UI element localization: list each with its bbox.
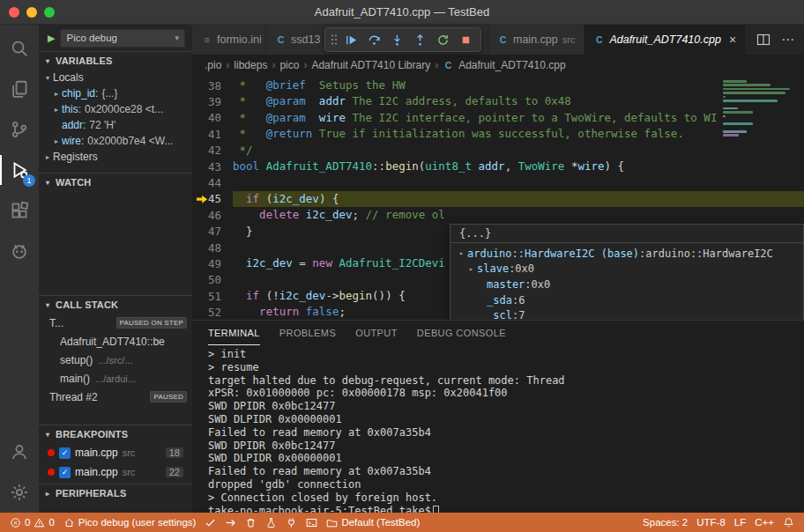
language-indicator[interactable]: C++: [750, 513, 778, 532]
peripherals-header[interactable]: ▸ PERIPHERALS: [39, 484, 192, 502]
panel-tab-output[interactable]: OUTPUT: [355, 321, 398, 345]
breadcrumb-item[interactable]: .pio: [205, 59, 221, 71]
pio-terminal-button[interactable]: [302, 513, 322, 532]
breakpoint-checkbox[interactable]: ✓: [59, 467, 71, 478]
panel-tab-terminal[interactable]: TERMINAL: [208, 321, 260, 345]
terminal-prompt[interactable]: take-no-macbook-air-5:TestBed take$: [208, 505, 804, 513]
pio-build-button[interactable]: [200, 513, 220, 532]
gutter-line[interactable]: 38: [192, 78, 233, 93]
call-stack-row[interactable]: main().../ardui...: [39, 369, 192, 388]
pio-serial-monitor-button[interactable]: [281, 513, 302, 532]
code-line[interactable]: */: [233, 143, 804, 159]
gutter-line[interactable]: 45: [192, 191, 233, 207]
gutter-line[interactable]: 44: [192, 174, 233, 190]
breadcrumb-item[interactable]: libdeps: [234, 59, 267, 71]
code-line[interactable]: * @return True if initialization was suc…: [233, 126, 804, 142]
gutter-line[interactable]: 51: [192, 288, 233, 304]
breakpoint-row[interactable]: ✓main.cppsrc22: [39, 462, 192, 482]
eol-indicator[interactable]: LF: [730, 513, 750, 532]
breakpoints-header[interactable]: ▾ BREAKPOINTS: [39, 425, 192, 443]
code-line[interactable]: * @param addr The I2C address, defaults …: [233, 93, 804, 109]
breadcrumb-item[interactable]: pico: [279, 59, 299, 71]
panel-tab-debug-console[interactable]: DEBUG CONSOLE: [417, 321, 506, 345]
gutter-line[interactable]: 42: [192, 143, 233, 159]
minimize-window-button[interactable]: [26, 7, 37, 18]
notifications-bell[interactable]: [778, 513, 799, 532]
activity-account[interactable]: [0, 432, 39, 472]
variables-group-registers[interactable]: ▸Registers: [39, 149, 192, 165]
activity-search[interactable]: [0, 28, 39, 69]
breakpoint-checkbox[interactable]: ✓: [59, 447, 71, 459]
minimap[interactable]: [723, 76, 795, 137]
split-editor-icon[interactable]: [756, 33, 770, 47]
tab-main-cpp[interactable]: C main.cpp src: [488, 25, 584, 55]
code-line[interactable]: if (i2c_dev) {: [233, 191, 804, 207]
variables-header[interactable]: ▾ VARIABLES: [39, 52, 192, 70]
gutter-line[interactable]: 47: [192, 224, 233, 240]
gutter-line[interactable]: 46: [192, 207, 233, 223]
hover-row[interactable]: ▸arduino::HardwareI2C (base): arduino::H…: [450, 246, 803, 262]
activity-source-control[interactable]: [0, 109, 39, 150]
breakpoint-row[interactable]: ✓main.cppsrc18: [39, 443, 192, 462]
continue-button[interactable]: [340, 29, 362, 50]
problems-indicator[interactable]: 0 0: [5, 513, 59, 532]
gutter-line[interactable]: 49: [192, 255, 233, 271]
variable-row[interactable]: addr:72 'H': [39, 117, 192, 133]
indent-indicator[interactable]: Spaces: 2: [638, 513, 692, 532]
pio-test-button[interactable]: [261, 513, 281, 532]
gutter-line[interactable]: 48: [192, 240, 233, 255]
code-line[interactable]: * @param wire The I2C interface, pointer…: [233, 110, 804, 126]
code-line[interactable]: [233, 174, 804, 190]
panel-tab-problems[interactable]: PROBLEMS: [279, 321, 336, 345]
code-line[interactable]: bool Adafruit_ADT7410::begin(uint8_t add…: [233, 159, 804, 174]
breadcrumb-item[interactable]: Adafruit ADT7410 Library: [311, 59, 430, 71]
editor-gutter[interactable]: 383940414243444546474849505152: [192, 76, 233, 320]
activity-extensions[interactable]: [0, 190, 39, 231]
call-stack-row[interactable]: Adafruit_ADT7410::be: [39, 332, 192, 351]
tab-adafruit-adt7410-cpp[interactable]: C Adafruit_ADT7410.cpp ×: [584, 25, 746, 55]
start-debugging-button[interactable]: ▶: [48, 33, 55, 44]
activity-run-debug[interactable]: 1: [0, 150, 39, 190]
terminal-output[interactable]: > init> resumetarget halted due to debug…: [192, 345, 804, 513]
code-line[interactable]: * @brief Setups the HW: [233, 78, 804, 93]
hover-row[interactable]: ▸slave: 0x0: [450, 262, 803, 277]
debug-config-indicator[interactable]: Pico debug (user settings): [59, 513, 201, 532]
step-over-button[interactable]: [363, 29, 385, 50]
variable-row[interactable]: ▸wire:0x2000b7e4 <W...: [39, 133, 192, 149]
gutter-line[interactable]: 52: [192, 304, 233, 320]
call-stack-row[interactable]: T...PAUSED ON STEP: [39, 314, 192, 332]
activity-settings[interactable]: [0, 472, 39, 513]
gutter-line[interactable]: 40: [192, 110, 233, 126]
activity-explorer[interactable]: [0, 69, 39, 109]
call-stack-row[interactable]: Thread #2PAUSED: [39, 388, 192, 406]
encoding-indicator[interactable]: UTF-8: [692, 513, 730, 532]
zoom-window-button[interactable]: [44, 7, 55, 18]
breadcrumb-item[interactable]: Adafruit_ADT7410.cpp: [458, 59, 565, 71]
gutter-line[interactable]: 41: [192, 126, 233, 142]
step-into-button[interactable]: [386, 29, 408, 50]
variable-row[interactable]: ▸this:0x2000ce28 <t...: [39, 101, 192, 117]
call-stack-header[interactable]: ▾ CALL STACK: [39, 296, 192, 314]
gutter-line[interactable]: 43: [192, 159, 233, 174]
stop-button[interactable]: [455, 29, 477, 50]
pio-env-switcher[interactable]: Default (TestBed): [322, 513, 424, 532]
debug-config-select[interactable]: Pico debug ▾: [60, 29, 185, 48]
code-editor[interactable]: 383940414243444546474849505152 * @brief …: [192, 76, 804, 320]
tab-platformio-ini[interactable]: ≡ formio.ini: [192, 25, 266, 55]
close-tab-icon[interactable]: ×: [729, 33, 736, 46]
pio-upload-button[interactable]: [220, 513, 241, 532]
close-window-button[interactable]: [9, 7, 19, 18]
step-out-button[interactable]: [409, 29, 431, 50]
variable-row[interactable]: ▸chip_id:{...}: [39, 85, 192, 101]
restart-button[interactable]: [432, 29, 454, 50]
more-actions-icon[interactable]: ⋯: [781, 32, 794, 48]
call-stack-row[interactable]: setup().../src/...: [39, 351, 192, 369]
hover-row[interactable]: _sda: 6: [450, 292, 803, 308]
toolbar-grip-icon[interactable]: [329, 33, 339, 46]
gutter-line[interactable]: 50: [192, 272, 233, 288]
gutter-line[interactable]: 39: [192, 93, 233, 109]
variables-group-locals[interactable]: ▾Locals: [39, 70, 192, 85]
pio-clean-button[interactable]: [241, 513, 261, 532]
activity-platformio[interactable]: [0, 231, 39, 271]
code-line[interactable]: delete i2c_dev; // remove ol: [233, 207, 804, 223]
